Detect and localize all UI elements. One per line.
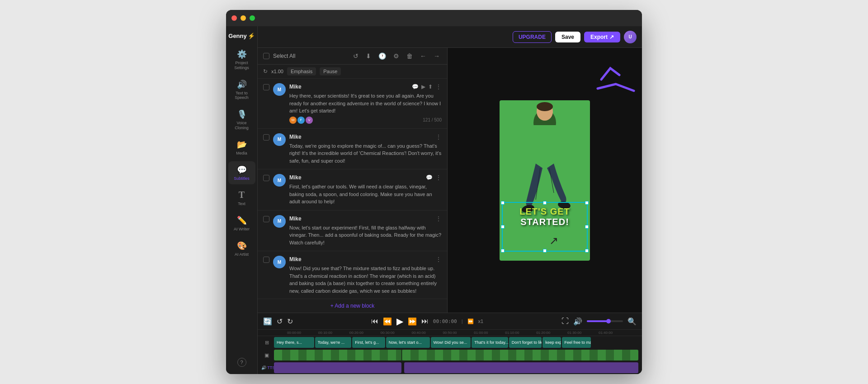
app-container: Genny⚡ ⚙️ Project Settings 🔊 Text to Spe… bbox=[226, 26, 642, 374]
ai-artist-icon: 🎨 bbox=[237, 241, 247, 251]
sidebar-item-media[interactable]: 📂 Media bbox=[228, 136, 255, 159]
sidebar-item-text-to-speech[interactable]: 🔊 Text to Speech bbox=[228, 76, 255, 104]
block-4-content: Mike ⋮ Now, let's start our experiment! … bbox=[289, 215, 442, 247]
tts-icon: 🔊 bbox=[237, 80, 247, 89]
volume-slider[interactable] bbox=[587, 320, 623, 322]
sidebar-item-ai-artist[interactable]: 🎨 AI Artist bbox=[228, 237, 255, 261]
subtitle-clip-1[interactable]: Hey there, s... bbox=[274, 337, 314, 348]
block-1-comment-icon[interactable]: 💬 bbox=[412, 84, 419, 90]
emphasis-button[interactable]: Emphasis bbox=[287, 67, 316, 75]
app-window: Genny⚡ ⚙️ Project Settings 🔊 Text to Spe… bbox=[226, 10, 642, 374]
export-icon: ↗ bbox=[609, 34, 614, 40]
block-3-content: Mike 💬 ⋮ First, let's gather our tools. … bbox=[289, 174, 442, 206]
block-1-text[interactable]: Hey there, super scientists! It's great … bbox=[289, 92, 442, 115]
block-5-content: Mike ⋮ Wow! Did you see that? The mixtur… bbox=[289, 256, 442, 295]
play-button[interactable]: ▶ bbox=[396, 316, 403, 327]
loop-button[interactable]: 🔄 bbox=[263, 317, 272, 326]
sidebar-label-project: Project Settings bbox=[230, 61, 254, 70]
sidebar-item-text[interactable]: T Text bbox=[228, 186, 255, 210]
minimize-dot[interactable] bbox=[241, 15, 246, 21]
zoom-out-button[interactable]: 🔍 bbox=[627, 317, 637, 326]
export-button[interactable]: Export ↗ bbox=[584, 32, 620, 42]
subtitle-track-content: Hey there, s... Today, we're ... First, … bbox=[274, 337, 638, 348]
refresh-icon: ↻ bbox=[263, 68, 268, 75]
block-2-checkbox[interactable] bbox=[263, 134, 269, 140]
block-3-comment-icon[interactable]: 💬 bbox=[426, 174, 433, 181]
block-2-menu-btn[interactable]: ⋮ bbox=[435, 133, 442, 140]
media-clip-2[interactable] bbox=[402, 350, 638, 361]
help-icon: ? bbox=[237, 358, 246, 367]
playback-speed-icon: ⏩ bbox=[467, 318, 474, 324]
skip-forward-button[interactable]: ⏭ bbox=[421, 317, 429, 325]
subtitle-clip-3[interactable]: First, let's g... bbox=[352, 337, 385, 348]
block-3-text[interactable]: First, let's gather our tools. We will n… bbox=[289, 183, 442, 206]
subtitle-clip-8[interactable]: keep expl... bbox=[542, 337, 561, 348]
block-3-menu-btn[interactable]: ⋮ bbox=[435, 174, 442, 181]
script-toolbar: Select All ↺ ⬇ 🕐 ⚙ 🗑 ← → bbox=[258, 48, 447, 65]
block-2-text[interactable]: Today, we're going to explore the magic … bbox=[289, 142, 442, 165]
block-5-text[interactable]: Wow! Did you see that? The mixture start… bbox=[289, 265, 442, 295]
select-all-checkbox[interactable] bbox=[263, 53, 269, 59]
settings-button[interactable]: ⚙ bbox=[392, 52, 401, 61]
back-button[interactable]: ← bbox=[418, 52, 428, 61]
rewind-button[interactable]: ⏪ bbox=[383, 317, 392, 326]
block-5-avatar: M bbox=[273, 256, 286, 268]
script-block-3: M Mike 💬 ⋮ First, let's gather our too bbox=[258, 169, 447, 211]
audio-clip-1[interactable] bbox=[274, 362, 401, 373]
subtitle-clip-5[interactable]: Wow! Did you se... bbox=[431, 337, 471, 348]
save-button[interactable]: Save bbox=[555, 32, 580, 42]
sidebar-item-subtitles[interactable]: 💬 Subtitles bbox=[228, 161, 255, 185]
block-5-menu-btn[interactable]: ⋮ bbox=[435, 256, 442, 263]
subtitle-clip-4[interactable]: Now, let's start o... bbox=[386, 337, 430, 348]
sidebar: Genny⚡ ⚙️ Project Settings 🔊 Text to Spe… bbox=[226, 26, 258, 374]
block-4-text[interactable]: Now, let's start our experiment! First, … bbox=[289, 224, 442, 247]
media-track-icon: ▣ bbox=[261, 352, 272, 358]
volume-button[interactable]: 🔊 bbox=[573, 317, 582, 326]
audio-clip-2[interactable] bbox=[404, 362, 638, 373]
upgrade-button[interactable]: UPGRADE bbox=[513, 31, 552, 43]
history-button[interactable]: 🕐 bbox=[377, 52, 388, 61]
maximize-dot[interactable] bbox=[250, 15, 255, 21]
content-row: Select All ↺ ⬇ 🕐 ⚙ 🗑 ← → ↻ x1.00 Emphasi… bbox=[258, 48, 642, 313]
media-clip-group[interactable] bbox=[274, 350, 638, 361]
subtitle-clip-9[interactable]: Feel free to ma... bbox=[562, 337, 591, 348]
download-button[interactable]: ⬇ bbox=[364, 52, 373, 61]
fast-forward-button[interactable]: ⏩ bbox=[408, 317, 417, 326]
media-clip-1[interactable] bbox=[274, 350, 401, 361]
sidebar-item-project-settings[interactable]: ⚙️ Project Settings bbox=[228, 46, 255, 74]
subtitles-icon: 💬 bbox=[237, 165, 247, 175]
sidebar-item-voice-cloning[interactable]: 🎙️ Voice Cloning bbox=[228, 106, 255, 134]
skip-back-button[interactable]: ⏮ bbox=[371, 317, 378, 325]
redo-playback-button[interactable]: ↻ bbox=[287, 317, 293, 326]
sidebar-label-subtitles: Subtitles bbox=[234, 176, 250, 181]
pause-button[interactable]: Pause bbox=[320, 67, 341, 75]
delete-button[interactable]: 🗑 bbox=[405, 52, 415, 61]
fullscreen-button[interactable]: ⛶ bbox=[561, 317, 569, 325]
block-1-share-icon[interactable]: ⬆ bbox=[428, 84, 433, 90]
block-1-checkbox[interactable] bbox=[263, 84, 269, 90]
script-blocks: M Mike 💬 ▶ ⬆ ⋮ bbox=[258, 79, 447, 299]
block-4-menu-btn[interactable]: ⋮ bbox=[435, 215, 442, 222]
svg-point-4 bbox=[557, 200, 571, 210]
script-block-1: M Mike 💬 ▶ ⬆ ⋮ bbox=[258, 79, 447, 129]
add-block-button[interactable]: + Add a new block bbox=[258, 299, 447, 313]
sidebar-item-ai-writer[interactable]: ✏️ AI Writer bbox=[228, 212, 255, 235]
forward-button[interactable]: → bbox=[432, 52, 442, 61]
block-5-checkbox[interactable] bbox=[263, 257, 269, 263]
close-dot[interactable] bbox=[231, 15, 237, 21]
sidebar-item-help[interactable]: ? bbox=[228, 354, 255, 370]
undo-playback-button[interactable]: ↺ bbox=[277, 317, 283, 326]
volume-handle[interactable] bbox=[606, 319, 611, 323]
top-header: UPGRADE Save Export ↗ U bbox=[258, 26, 642, 48]
subtitle-clip-6[interactable]: That's it for today... bbox=[472, 337, 508, 348]
block-3-checkbox[interactable] bbox=[263, 175, 269, 181]
subtitle-clip-2[interactable]: Today, we're ... bbox=[315, 337, 352, 348]
block-2-speaker: Mike bbox=[289, 134, 302, 140]
block-1-content: Mike 💬 ▶ ⬆ ⋮ Hey there, super scientists… bbox=[289, 83, 442, 124]
block-1-play-icon[interactable]: ▶ bbox=[421, 84, 425, 90]
undo-button[interactable]: ↺ bbox=[351, 52, 360, 61]
block-1-menu-btn[interactable]: ⋮ bbox=[435, 83, 442, 90]
block-4-checkbox[interactable] bbox=[263, 216, 269, 222]
user-avatar[interactable]: U bbox=[624, 31, 637, 43]
subtitle-clip-7[interactable]: Don't forget to lik... bbox=[509, 337, 542, 348]
